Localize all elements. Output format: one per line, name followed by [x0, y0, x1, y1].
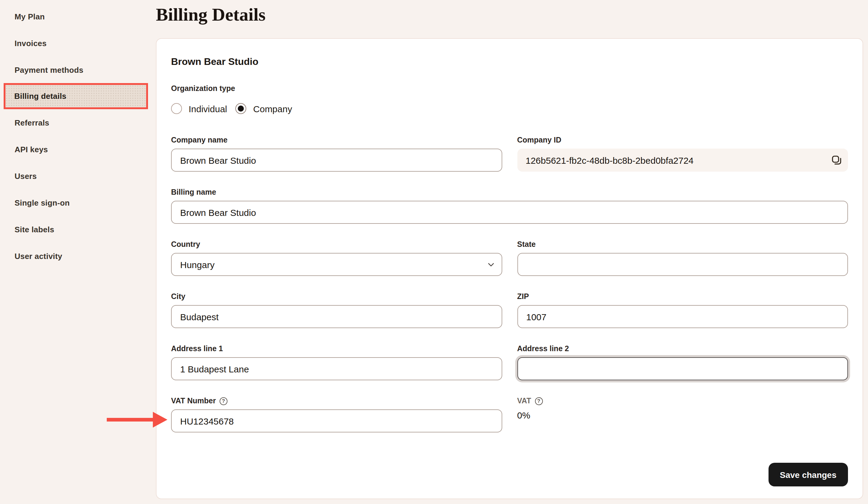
vat-label-row: VAT ? — [517, 396, 848, 406]
radio-company-label: Company — [253, 103, 292, 114]
city-input[interactable] — [171, 305, 502, 328]
sidebar-item-referrals[interactable]: Referrals — [0, 109, 152, 136]
organization-name-heading: Brown Bear Studio — [171, 56, 848, 67]
radio-company-circle-icon — [236, 103, 247, 114]
vat-number-label: VAT Number — [171, 396, 216, 406]
company-id-value: 126b5621-fb2c-48db-bc8b-2bed0bfa2724 — [526, 155, 694, 165]
organization-type-label: Organization type — [171, 84, 848, 93]
vat-number-label-row: VAT Number ? — [171, 396, 502, 406]
radio-individual-circle-icon — [171, 103, 182, 114]
state-input[interactable] — [517, 253, 848, 276]
save-changes-button[interactable]: Save changes — [768, 463, 848, 486]
sidebar-item-api-keys[interactable]: API keys — [0, 136, 152, 163]
address-line-2-input[interactable] — [517, 357, 848, 380]
vat-help-icon[interactable]: ? — [535, 397, 542, 405]
city-label: City — [171, 292, 502, 301]
sidebar-item-payment-methods[interactable]: Payment methods — [0, 56, 152, 83]
address-line-1-input[interactable] — [171, 357, 502, 380]
zip-label: ZIP — [517, 292, 848, 301]
radio-individual-label: Individual — [189, 103, 227, 114]
billing-details-card: Brown Bear Studio Organization type Indi… — [156, 38, 863, 499]
state-label: State — [517, 239, 848, 249]
address-line-2-label: Address line 2 — [517, 344, 848, 353]
vat-value: 0% — [517, 409, 848, 422]
vat-number-input[interactable] — [171, 409, 502, 432]
sidebar-item-my-plan[interactable]: My Plan — [0, 3, 152, 30]
company-name-label: Company name — [171, 135, 502, 145]
zip-input[interactable] — [517, 305, 848, 328]
company-id-field: 126b5621-fb2c-48db-bc8b-2bed0bfa2724 — [517, 148, 848, 172]
address-line-1-label: Address line 1 — [171, 344, 502, 353]
main-content: Billing Details Brown Bear Studio Organi… — [156, 0, 864, 499]
radio-individual[interactable]: Individual — [171, 103, 227, 114]
sidebar-item-users[interactable]: Users — [0, 163, 152, 189]
sidebar-item-site-labels[interactable]: Site labels — [0, 216, 152, 243]
billing-details-page: My Plan Invoices Payment methods Billing… — [0, 0, 868, 504]
page-title: Billing Details — [156, 3, 864, 26]
billing-name-input[interactable] — [171, 201, 848, 224]
chevron-down-icon — [487, 261, 494, 268]
country-select[interactable]: Hungary — [171, 253, 502, 276]
radio-company[interactable]: Company — [236, 103, 292, 114]
sidebar-item-invoices[interactable]: Invoices — [0, 30, 152, 56]
country-selected-value: Hungary — [180, 259, 215, 270]
vat-label: VAT — [517, 396, 531, 406]
copy-icon[interactable] — [831, 155, 842, 165]
billing-name-label: Billing name — [171, 187, 848, 197]
annotation-arrow-icon — [107, 411, 169, 429]
sidebar-item-user-activity[interactable]: User activity — [0, 243, 152, 269]
sidebar-item-single-sign-on[interactable]: Single sign-on — [0, 189, 152, 216]
vat-number-help-icon[interactable]: ? — [219, 397, 227, 405]
company-id-label: Company ID — [517, 135, 848, 145]
company-name-input[interactable] — [171, 148, 502, 172]
country-label: Country — [171, 239, 502, 249]
organization-type-radio-group: Individual Company — [171, 103, 848, 115]
sidebar-item-billing-details[interactable]: Billing details — [4, 83, 148, 109]
